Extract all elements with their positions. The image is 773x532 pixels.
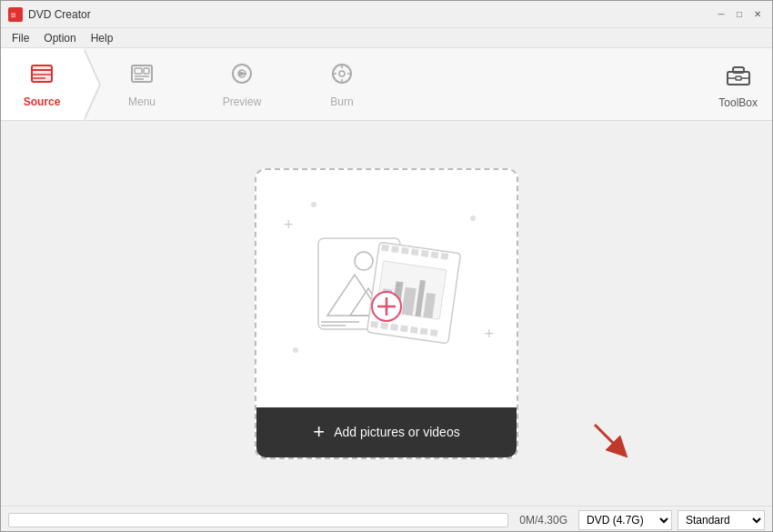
source-label: Source	[24, 95, 61, 108]
plus-deco-1: +	[284, 216, 294, 235]
media-illustration	[305, 220, 468, 356]
svg-rect-32	[381, 245, 389, 252]
toolbar-spacer	[383, 48, 704, 120]
svg-rect-24	[736, 76, 741, 80]
toolbox-icon	[725, 60, 752, 93]
add-media-button[interactable]: + Add pictures or videos	[256, 407, 517, 457]
svg-rect-36	[421, 250, 429, 257]
svg-rect-41	[390, 324, 398, 331]
svg-rect-42	[400, 325, 408, 332]
svg-line-61	[595, 425, 620, 450]
svg-rect-56	[397, 289, 398, 291]
svg-rect-43	[410, 326, 418, 334]
preview-label: Preview	[223, 95, 262, 108]
dot-1	[311, 202, 316, 207]
svg-rect-55	[397, 284, 399, 286]
toolbar-preview[interactable]: Preview	[201, 48, 283, 120]
menu-help[interactable]: Help	[84, 30, 121, 46]
preview-icon	[229, 61, 255, 92]
svg-rect-6	[32, 65, 52, 82]
burn-label: Burn	[330, 95, 353, 108]
source-icon	[29, 61, 55, 92]
svg-rect-34	[401, 247, 409, 255]
svg-rect-33	[391, 246, 399, 253]
close-button[interactable]: ✕	[750, 7, 765, 22]
menubar: File Option Help	[1, 28, 772, 48]
svg-rect-22	[733, 67, 744, 73]
window-controls: ─ □ ✕	[714, 7, 765, 22]
svg-rect-37	[431, 251, 439, 258]
add-label: Add pictures or videos	[334, 425, 460, 439]
disc-type-select[interactable]: DVD (4.7G) DVD (8.5G) Blu-ray (25G)	[578, 510, 672, 530]
main-area: + +	[1, 121, 772, 506]
svg-rect-35	[411, 248, 419, 256]
dropzone-content: + +	[256, 170, 517, 407]
menu-nav-icon	[129, 61, 155, 92]
arrow-hint	[586, 416, 631, 465]
svg-rect-38	[440, 253, 448, 260]
svg-rect-8	[135, 68, 142, 74]
dot-2	[470, 216, 476, 221]
toolbox-label: ToolBox	[718, 96, 758, 109]
menu-file[interactable]: File	[5, 30, 36, 46]
svg-point-16	[339, 71, 345, 76]
toolbar-burn[interactable]: Burn	[301, 48, 383, 120]
toolbox-button[interactable]: ToolBox	[704, 48, 772, 120]
burn-icon	[329, 61, 355, 92]
svg-text:≡: ≡	[11, 10, 16, 20]
progress-bar-container	[8, 513, 508, 527]
toolbar: Source Menu Preview	[1, 48, 772, 121]
quality-select[interactable]: Standard High Quality Custom	[678, 510, 765, 530]
app-icon: ≡	[8, 7, 23, 22]
minimize-button[interactable]: ─	[714, 7, 728, 22]
app-title: DVD Creator	[28, 8, 714, 21]
svg-rect-45	[430, 329, 438, 336]
add-plus-icon: +	[313, 420, 325, 444]
svg-rect-40	[380, 322, 388, 329]
statusbar: 0M/4.30G DVD (4.7G) DVD (8.5G) Blu-ray (…	[1, 506, 772, 532]
svg-rect-39	[370, 321, 378, 328]
svg-rect-9	[144, 68, 149, 74]
menu-option[interactable]: Option	[36, 30, 83, 46]
dot-3	[293, 347, 298, 353]
storage-label: 0M/4.30G	[514, 514, 573, 527]
dropzone[interactable]: + +	[255, 168, 518, 459]
maximize-button[interactable]: □	[732, 7, 747, 22]
svg-marker-14	[239, 71, 247, 76]
toolbar-menu[interactable]: Menu	[101, 48, 183, 120]
toolbar-source[interactable]: Source	[1, 48, 83, 120]
svg-rect-44	[420, 327, 428, 335]
plus-deco-2: +	[484, 325, 494, 344]
titlebar: ≡ DVD Creator ─ □ ✕	[1, 1, 772, 28]
menu-nav-label: Menu	[128, 95, 156, 108]
